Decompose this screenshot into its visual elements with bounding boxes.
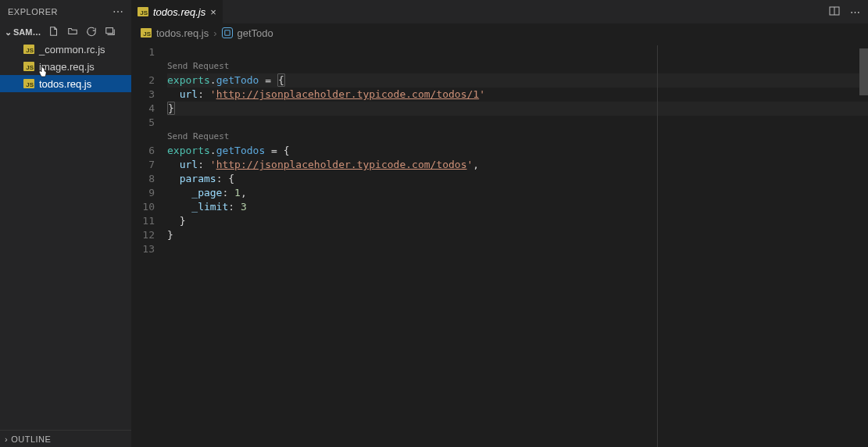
collapse-icon[interactable] bbox=[105, 26, 116, 38]
close-icon[interactable]: × bbox=[210, 6, 216, 18]
js-icon: JS bbox=[23, 45, 34, 54]
explorer-title: EXPLORER bbox=[8, 7, 113, 16]
svg-rect-3 bbox=[224, 30, 229, 35]
code-editor[interactable]: 1 2 3 4 5 6 7 8 9 10 11 12 13 Send Reque… bbox=[131, 42, 868, 447]
chevron-right-icon: › bbox=[213, 27, 216, 39]
js-icon: JS bbox=[138, 7, 148, 16]
editor-main: JS todos.req.js × ⋯ JS todos.req.js › ge… bbox=[131, 0, 868, 447]
ruler bbox=[657, 45, 658, 447]
tabbar: JS todos.req.js × ⋯ bbox=[131, 0, 868, 23]
file-name: _common.rc.js bbox=[39, 44, 105, 55]
breadcrumb-file[interactable]: todos.req.js bbox=[156, 27, 209, 39]
chevron-down-icon: ⌄ bbox=[5, 27, 12, 38]
sidebar: EXPLORER ⋯ ⌄ SAM… JS _common.rc.js JS im… bbox=[0, 0, 131, 447]
folder-row[interactable]: ⌄ SAM… bbox=[0, 23, 131, 41]
sidebar-header: EXPLORER ⋯ bbox=[0, 0, 131, 23]
codelens-send-request[interactable]: Send Request bbox=[167, 59, 868, 73]
file-name: image.req.js bbox=[39, 61, 95, 73]
breadcrumb-symbol[interactable]: getTodo bbox=[238, 27, 273, 39]
new-file-icon[interactable] bbox=[48, 26, 59, 38]
js-icon: JS bbox=[23, 62, 34, 71]
split-editor-icon[interactable] bbox=[828, 5, 841, 20]
codelens-send-request[interactable]: Send Request bbox=[167, 130, 868, 144]
scrollbar[interactable] bbox=[859, 48, 868, 95]
folder-name: SAM… bbox=[13, 27, 41, 37]
more-icon[interactable]: ⋯ bbox=[850, 6, 860, 18]
file-item[interactable]: JS _common.rc.js bbox=[0, 41, 131, 58]
file-item[interactable]: JS image.req.js bbox=[0, 58, 131, 75]
js-icon: JS bbox=[141, 28, 152, 38]
tab-label: todos.req.js bbox=[153, 6, 205, 18]
outline-section[interactable]: › OUTLINE bbox=[0, 430, 131, 447]
outline-label: OUTLINE bbox=[11, 434, 51, 444]
new-folder-icon[interactable] bbox=[67, 26, 78, 38]
svg-rect-0 bbox=[106, 28, 113, 34]
refresh-icon[interactable] bbox=[86, 26, 97, 38]
file-name: todos.req.js bbox=[39, 78, 91, 90]
method-icon bbox=[222, 27, 233, 38]
file-list: JS _common.rc.js JS image.req.js JS todo… bbox=[0, 41, 131, 92]
gutter: 1 2 3 4 5 6 7 8 9 10 11 12 13 bbox=[131, 45, 167, 447]
file-item-active[interactable]: JS todos.req.js bbox=[0, 75, 131, 92]
tab-active[interactable]: JS todos.req.js × bbox=[131, 0, 223, 23]
more-icon[interactable]: ⋯ bbox=[113, 5, 124, 18]
chevron-right-icon: › bbox=[5, 434, 8, 444]
js-icon: JS bbox=[23, 79, 34, 88]
breadcrumbs[interactable]: JS todos.req.js › getTodo bbox=[131, 23, 868, 42]
code-area[interactable]: Send Request exports.getTodo = { url: 'h… bbox=[167, 45, 868, 447]
